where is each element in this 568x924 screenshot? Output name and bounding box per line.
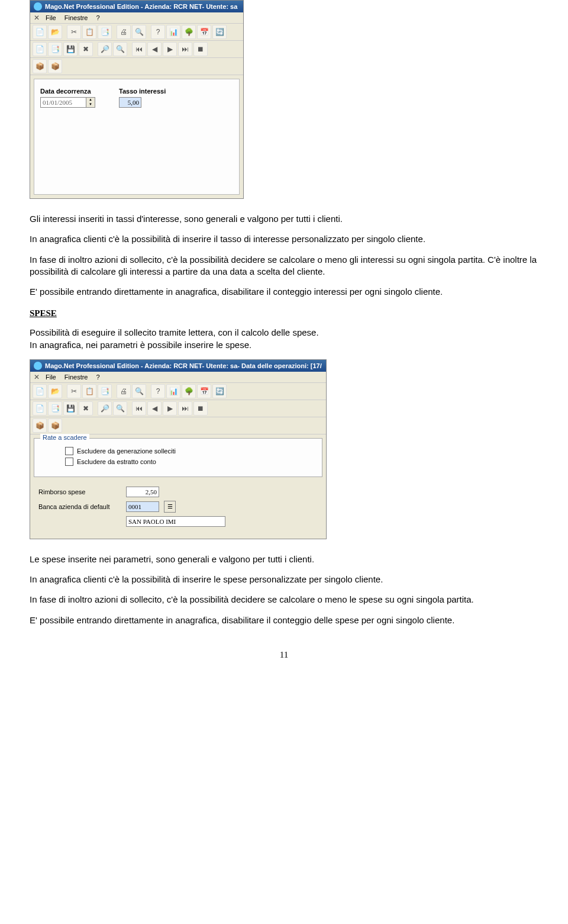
preview-icon[interactable]: 🔍 (132, 25, 146, 39)
misc1-icon[interactable]: 📦 (33, 418, 47, 433)
find-icon[interactable]: 🔍 (113, 42, 127, 56)
refresh-icon[interactable]: 🔄 (212, 384, 227, 398)
menubar-1: ✕ File Finestre ? (30, 12, 243, 24)
menu-close-icon[interactable]: ✕ (33, 373, 41, 381)
rate-input[interactable] (119, 97, 141, 108)
toolbar-2-row1: 📄 📂 ✂ 📋 📑 🖨 🔍 ? 📊 🌳 📅 🔄 (30, 383, 326, 400)
menu-file[interactable]: File (42, 373, 60, 381)
menu-file[interactable]: File (42, 14, 60, 22)
prev-icon[interactable]: ◀ (147, 42, 162, 56)
window-title-2: Mago.Net Professional Edition - Azienda:… (45, 362, 322, 369)
rate-fieldset: Rate a scadere Escludere da generazione … (34, 438, 322, 477)
checkbox-exclude-solleciti[interactable] (65, 447, 73, 455)
app-window-1: Mago.Net Professional Edition - Azienda:… (30, 0, 244, 199)
rimborso-label: Rimborso spese (38, 488, 121, 495)
titlebar-2[interactable]: Mago.Net Professional Edition - Azienda:… (30, 360, 326, 372)
delete-icon[interactable]: ✖ (79, 401, 93, 416)
checkbox-label-2: Escludere da estratto conto (77, 458, 156, 465)
app-icon (34, 2, 42, 11)
cut-icon[interactable]: ✂ (67, 25, 81, 39)
date-label: Data decorrenza (40, 88, 95, 95)
save-icon[interactable]: 💾 (63, 401, 78, 416)
cut-icon[interactable]: ✂ (67, 384, 81, 398)
para-10: E' possibile entrando direttamente in an… (30, 614, 538, 626)
para-6: In anagrafica, nei parametri è possibile… (30, 339, 538, 351)
copy-icon[interactable]: 📋 (82, 25, 96, 39)
report-icon[interactable]: 📊 (166, 384, 180, 398)
menu-finestre[interactable]: Finestre (61, 14, 92, 22)
first-icon[interactable]: ⏮ (132, 401, 146, 416)
para-7: Le spese inserite nei parametri, sono ge… (30, 553, 538, 565)
banca-name-input[interactable] (126, 516, 225, 527)
copy-icon[interactable]: 📋 (82, 384, 96, 398)
zoom-icon[interactable]: 🔎 (98, 42, 112, 56)
toolbar-2-row3: 📦 📦 (30, 417, 326, 434)
print-icon[interactable]: 🖨 (117, 25, 131, 39)
rate-label: Tasso interessi (119, 88, 166, 95)
doc-icon[interactable]: 📄 (33, 42, 47, 56)
next-icon[interactable]: ▶ (163, 42, 177, 56)
menu-help[interactable]: ? (92, 14, 103, 22)
para-1: Gli interessi inseriti in tassi d'intere… (30, 213, 538, 225)
last-icon[interactable]: ⏭ (178, 401, 192, 416)
lookup-icon[interactable]: ☰ (164, 501, 176, 513)
toolbar-1-row3: 📦 📦 (30, 58, 243, 75)
menu-help[interactable]: ? (92, 373, 103, 381)
fieldset-legend: Rate a scadere (40, 434, 89, 441)
delete-icon[interactable]: ✖ (79, 42, 93, 56)
para-2: In anagrafica clienti c'è la possibilità… (30, 233, 538, 245)
banca-code-input[interactable] (126, 501, 159, 512)
first-icon[interactable]: ⏮ (132, 42, 146, 56)
toolbar-1-row2: 📄 📑 💾 ✖ 🔎 🔍 ⏮ ◀ ▶ ⏭ ⏹ (30, 41, 243, 58)
para-9: In fase di inoltro azioni di sollecito, … (30, 594, 538, 606)
next-icon[interactable]: ▶ (163, 401, 177, 416)
rimborso-input[interactable] (126, 487, 159, 497)
misc2-icon[interactable]: 📦 (48, 418, 62, 433)
save-icon[interactable]: 💾 (63, 42, 78, 56)
section-spese-title: SPESE (30, 308, 538, 318)
date-spinner[interactable]: ▲▼ (86, 97, 95, 108)
zoom-icon[interactable]: 🔎 (98, 401, 112, 416)
window-title-1: Mago.Net Professional Edition - Azienda:… (45, 3, 237, 10)
stop-icon[interactable]: ⏹ (193, 42, 208, 56)
misc1-icon[interactable]: 📦 (33, 59, 47, 73)
new-icon[interactable]: 📄 (33, 25, 47, 39)
last-icon[interactable]: ⏭ (178, 42, 192, 56)
calendar-icon[interactable]: 📅 (197, 384, 211, 398)
titlebar-1[interactable]: Mago.Net Professional Edition - Azienda:… (30, 1, 243, 12)
toolbar-2-row2: 📄 📑 💾 ✖ 🔎 🔍 ⏮ ◀ ▶ ⏭ ⏹ (30, 400, 326, 417)
misc2-icon[interactable]: 📦 (48, 59, 62, 73)
date-input[interactable] (40, 97, 86, 108)
paste-icon[interactable]: 📑 (98, 384, 112, 398)
tree-icon[interactable]: 🌳 (182, 384, 196, 398)
print-icon[interactable]: 🖨 (117, 384, 131, 398)
toolbar-1-row1: 📄 📂 ✂ 📋 📑 🖨 🔍 ? 📊 🌳 📅 🔄 (30, 24, 243, 41)
banca-label: Banca azienda di default (38, 503, 121, 510)
checkbox-exclude-estratto[interactable] (65, 458, 73, 466)
menu-close-icon[interactable]: ✕ (33, 14, 41, 22)
help-icon[interactable]: ? (151, 25, 165, 39)
stop-icon[interactable]: ⏹ (193, 401, 208, 416)
app-icon (34, 362, 42, 370)
find-icon[interactable]: 🔍 (113, 401, 127, 416)
preview-icon[interactable]: 🔍 (132, 384, 146, 398)
para-4: E' possibile entrando direttamente in an… (30, 286, 538, 298)
menu-finestre[interactable]: Finestre (61, 373, 92, 381)
prev-icon[interactable]: ◀ (147, 401, 162, 416)
calendar-icon[interactable]: 📅 (197, 25, 211, 39)
refresh-icon[interactable]: 🔄 (212, 25, 227, 39)
open-icon[interactable]: 📂 (48, 25, 62, 39)
open-icon[interactable]: 📂 (48, 384, 62, 398)
new-icon[interactable]: 📄 (33, 384, 47, 398)
para-3: In fase di inoltro azioni di sollecito, … (30, 254, 538, 278)
menubar-2: ✕ File Finestre ? (30, 372, 326, 383)
tree-icon[interactable]: 🌳 (182, 25, 196, 39)
help-icon[interactable]: ? (151, 384, 165, 398)
paste-icon[interactable]: 📑 (98, 25, 112, 39)
dup-icon[interactable]: 📑 (48, 42, 62, 56)
checkbox-label-1: Escludere da generazione solleciti (77, 447, 176, 455)
page-number: 11 (30, 650, 538, 660)
report-icon[interactable]: 📊 (166, 25, 180, 39)
doc-icon[interactable]: 📄 (33, 401, 47, 416)
dup-icon[interactable]: 📑 (48, 401, 62, 416)
